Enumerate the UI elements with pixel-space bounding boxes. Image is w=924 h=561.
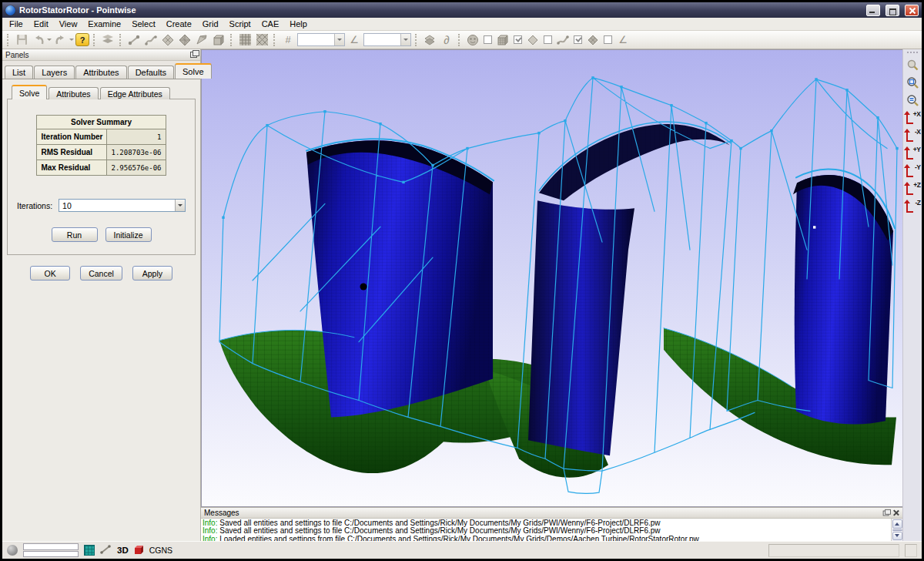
unstructured-grid-icon[interactable]	[254, 32, 270, 47]
messages-header[interactable]: Messages	[201, 508, 902, 519]
ok-button[interactable]: OK	[30, 266, 70, 280]
help-icon[interactable]: ?	[75, 33, 89, 46]
apply-button[interactable]: Apply	[132, 266, 172, 280]
toolbar-grip[interactable]	[7, 34, 10, 46]
iterations-input[interactable]	[59, 201, 175, 210]
panels-toggle-icon[interactable]	[100, 32, 116, 47]
minimize-button[interactable]	[866, 5, 880, 16]
menu-select[interactable]: Select	[126, 18, 161, 29]
angle-dropdown-icon[interactable]	[400, 34, 410, 45]
messages-log[interactable]: Info: Saved all entities and settings to…	[201, 519, 891, 541]
create-domain-icon[interactable]	[160, 32, 176, 47]
show-database-icon[interactable]	[585, 32, 601, 47]
view-plus-y-button[interactable]: +Y	[905, 146, 921, 161]
toolbar-grip[interactable]	[119, 34, 122, 46]
show-domains-checkbox[interactable]	[544, 35, 552, 44]
scroll-thumb[interactable]	[892, 529, 902, 531]
show-angles-icon[interactable]: ∠	[615, 32, 631, 47]
menu-cae[interactable]: CAE	[256, 18, 285, 29]
menu-edit[interactable]: Edit	[28, 18, 54, 29]
show-blocks-icon[interactable]	[495, 32, 511, 47]
menu-create[interactable]: Create	[161, 18, 197, 29]
subtab-solve[interactable]: Solve	[12, 85, 47, 99]
tab-attributes[interactable]: Attributes	[75, 66, 126, 79]
subtab-attributes[interactable]: Attributes	[49, 87, 98, 99]
create-connector-icon[interactable]	[126, 32, 142, 47]
show-connectors-icon[interactable]	[555, 32, 571, 47]
zoom-fit-icon[interactable]	[905, 92, 920, 108]
redo-icon[interactable]	[53, 32, 69, 47]
solve-groupbox: Solver Summary Iteration Number 1 RMS Re…	[7, 99, 196, 255]
title-bar[interactable]: RotorStatorRotor - Pointwise	[2, 2, 922, 18]
tab-solve[interactable]: Solve	[175, 63, 212, 79]
zoom-box-icon[interactable]	[905, 75, 920, 90]
show-domains-icon[interactable]	[525, 32, 541, 47]
center-column: Messages Info: Saved all entities and se…	[201, 49, 902, 541]
messages-float-icon[interactable]	[883, 510, 889, 516]
initialize-button[interactable]: Initialize	[105, 227, 152, 242]
partial-derivative-icon[interactable]: ∂	[439, 32, 454, 47]
view-minus-z-button[interactable]: -Z	[905, 199, 921, 214]
menu-grid[interactable]: Grid	[197, 18, 224, 29]
create-domain-unstructured-icon[interactable]	[177, 32, 192, 47]
undo-dropdown-icon[interactable]	[47, 39, 52, 41]
dimension-dropdown-icon[interactable]	[334, 34, 344, 45]
show-database-checkbox[interactable]	[604, 35, 612, 44]
panel-float-icon[interactable]	[190, 52, 197, 58]
messages-close-icon[interactable]	[892, 509, 899, 516]
menu-file[interactable]: File	[4, 18, 28, 29]
view-plus-x-button[interactable]: +X	[905, 110, 921, 126]
tab-list[interactable]: List	[5, 66, 33, 79]
iterations-combobox[interactable]	[59, 199, 186, 212]
toolbar-grip[interactable]	[93, 34, 96, 46]
cae-solver-label[interactable]: CGNS	[149, 546, 172, 555]
dimension-combobox[interactable]	[297, 33, 345, 46]
cae-cube-icon	[134, 545, 144, 556]
solver-summary-title: Solver Summary	[37, 116, 166, 129]
scroll-down-icon[interactable]	[892, 532, 902, 541]
close-button[interactable]	[905, 5, 919, 16]
menu-view[interactable]: View	[54, 18, 83, 29]
zoom-icon[interactable]	[905, 57, 920, 72]
toolbar-grip[interactable]	[458, 34, 461, 46]
undo-icon[interactable]	[31, 32, 46, 47]
save-icon[interactable]	[14, 32, 29, 47]
menu-examine[interactable]: Examine	[82, 18, 126, 29]
toolbar-grip[interactable]	[230, 34, 233, 46]
create-curve-icon[interactable]	[143, 32, 159, 47]
show-connectors-checkbox[interactable]	[574, 35, 582, 44]
panels-header[interactable]: Panels	[2, 49, 200, 61]
selected-point-marker[interactable]	[360, 283, 367, 290]
dimension-mode-label[interactable]: 3D	[117, 546, 129, 555]
run-button[interactable]: Run	[52, 227, 98, 242]
view-toolbar-grip[interactable]	[907, 52, 918, 55]
subtab-edge-attributes[interactable]: Edge Attributes	[100, 87, 170, 99]
stack-icon[interactable]	[422, 32, 437, 47]
menu-script[interactable]: Script	[224, 18, 256, 29]
grid-mode-icon[interactable]	[84, 545, 95, 556]
show-faces-icon[interactable]	[465, 32, 480, 47]
toolbar-grip[interactable]	[415, 34, 418, 46]
angle-combobox[interactable]	[363, 33, 411, 46]
view-minus-x-button[interactable]: -X	[905, 128, 921, 143]
structured-grid-icon[interactable]	[237, 32, 253, 47]
view-plus-z-button[interactable]: +Z	[905, 181, 921, 197]
show-blocks-checkbox[interactable]	[514, 35, 522, 44]
create-block-icon[interactable]	[211, 32, 226, 47]
cancel-button[interactable]: Cancel	[80, 266, 122, 280]
create-extrude-icon[interactable]	[194, 32, 209, 47]
restore-button[interactable]	[886, 5, 899, 16]
view-minus-y-button[interactable]: -Y	[905, 163, 921, 179]
show-faces-checkbox[interactable]	[484, 35, 492, 44]
scroll-up-icon[interactable]	[892, 519, 902, 529]
menu-help[interactable]: Help	[284, 18, 313, 29]
tab-layers[interactable]: Layers	[34, 66, 75, 79]
viewport-3d[interactable]	[201, 49, 902, 507]
redo-dropdown-icon[interactable]	[69, 39, 74, 41]
messages-scrollbar[interactable]	[891, 519, 902, 541]
connector-mode-icon[interactable]	[100, 545, 112, 556]
tab-defaults[interactable]: Defaults	[128, 66, 174, 79]
toolbar-grip[interactable]	[273, 34, 276, 46]
iterations-dropdown-icon[interactable]	[175, 200, 185, 211]
table-row: Max Residual 2.956576e-06	[37, 160, 166, 176]
